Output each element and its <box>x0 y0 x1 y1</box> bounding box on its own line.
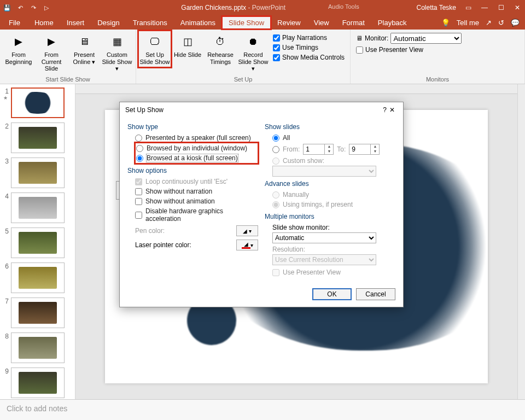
tell-me[interactable]: Tell me <box>457 19 479 27</box>
close-icon[interactable]: ✕ <box>513 4 522 11</box>
from-input[interactable] <box>303 144 325 155</box>
cancel-button[interactable]: Cancel <box>356 288 395 300</box>
thumbnail-2[interactable] <box>11 122 65 153</box>
radio-using-timings: Using timings, if present <box>272 200 395 209</box>
resolution-select: Use Current Resolution <box>272 254 376 265</box>
contextual-tab-label: Audio Tools <box>328 3 359 10</box>
document-title: Garden Chickens.pptx - PowerPoint <box>50 4 417 11</box>
ok-button[interactable]: OK <box>312 288 352 300</box>
show-media-controls-checkbox[interactable]: Show Media Controls <box>273 54 345 61</box>
thumbnail-9[interactable] <box>11 368 65 398</box>
from-current-slide-button[interactable]: ▶From Current Slide <box>35 31 68 74</box>
redo-icon[interactable]: ↷ <box>30 4 37 11</box>
thumbnail-7[interactable] <box>11 298 65 328</box>
pen-color-label: Pen color: <box>135 227 165 235</box>
pen-color-picker[interactable]: ◢ ▾ <box>236 225 258 236</box>
radio-manually: Manually <box>272 190 395 200</box>
no-animation-checkbox[interactable]: Show without animation <box>135 196 258 206</box>
undo-icon[interactable]: ↶ <box>16 4 24 11</box>
hide-slide-button[interactable]: ◫Hide Slide <box>171 31 204 61</box>
start-from-beginning-icon[interactable]: ▷ <box>43 4 50 11</box>
close-dialog-icon[interactable]: ✕ <box>387 106 398 114</box>
ribbon: ▶From Beginning ▶From Current Slide 🖥Pre… <box>0 30 525 84</box>
advance-slides-heading: Advance slides <box>265 180 395 188</box>
thumb-number: 9 <box>3 368 11 375</box>
thumb-number: 4 <box>3 192 11 200</box>
tab-slide-show[interactable]: Slide Show <box>222 16 271 29</box>
laser-color-picker[interactable]: ◢ ▾ <box>236 240 258 250</box>
thumbnail-4[interactable] <box>11 192 65 223</box>
comments-icon[interactable]: 💬 <box>511 19 520 27</box>
present-online-button[interactable]: 🖥Present Online ▾ <box>68 31 101 67</box>
vertical-scrollbar[interactable] <box>517 84 525 399</box>
tab-design[interactable]: Design <box>91 16 126 29</box>
notes-pane[interactable]: Click to add notes <box>0 399 525 420</box>
set-up-slide-show-button[interactable]: 🖵Set Up Slide Show <box>138 31 171 67</box>
rehearse-timings-button[interactable]: ⏱Rehearse Timings <box>204 31 237 67</box>
thumb-number: 6 <box>3 262 11 270</box>
slide-thumbnails-panel[interactable]: 1★ 2 3 4 5 6 7 8 9 <box>0 84 75 399</box>
show-options-heading: Show options <box>127 167 258 174</box>
thumb-number: 3 <box>3 158 11 165</box>
group-monitors: 🖥 Monitor: Automatic Use Presenter View … <box>351 30 525 84</box>
maximize-icon[interactable]: ☐ <box>497 4 505 11</box>
tell-me-icon[interactable]: 💡 <box>441 19 450 27</box>
radio-all-slides[interactable]: All <box>272 133 395 143</box>
monitor-label: Monitor: <box>365 34 388 42</box>
ribbon-tabs: File Home Insert Design Transitions Anim… <box>0 15 525 30</box>
play-icon: ▶ <box>10 33 27 50</box>
radio-from-to[interactable]: From: ▲▼ To: ▲▼ <box>272 143 395 156</box>
hide-slide-icon: ◫ <box>179 33 196 50</box>
from-beginning-button[interactable]: ▶From Beginning <box>2 31 35 67</box>
no-narration-checkbox[interactable]: Show without narration <box>135 186 258 196</box>
share-icon[interactable]: ↗ <box>486 19 492 27</box>
ribbon-options-icon[interactable]: ▭ <box>464 4 472 11</box>
radio-individual[interactable]: Browsed by an individual (window) <box>136 143 257 153</box>
quick-access-toolbar: 💾 ↶ ↷ ▷ <box>3 4 50 11</box>
use-presenter-view-checkbox[interactable]: Use Presenter View <box>353 46 423 54</box>
setup-icon: 🖵 <box>146 33 164 50</box>
use-timings-checkbox[interactable]: Use Timings <box>273 44 345 51</box>
history-icon[interactable]: ↺ <box>498 19 504 27</box>
thumbnail-3[interactable] <box>11 158 65 188</box>
disable-hw-checkbox[interactable]: Disable hardware graphics acceleration <box>135 206 258 224</box>
slide-show-monitor-select[interactable]: Automatic <box>272 232 376 243</box>
tab-insert[interactable]: Insert <box>60 16 91 29</box>
to-input[interactable] <box>349 144 371 155</box>
tab-view[interactable]: View <box>307 16 336 29</box>
show-slides-heading: Show slides <box>265 123 395 131</box>
group-set-up: 🖵Set Up Slide Show ◫Hide Slide ⏱Rehearse… <box>136 30 351 84</box>
rehearse-icon: ⏱ <box>212 33 229 50</box>
save-icon[interactable]: 💾 <box>3 4 11 11</box>
title-bar: 💾 ↶ ↷ ▷ Garden Chickens.pptx - PowerPoin… <box>0 0 525 15</box>
present-online-icon: 🖥 <box>75 33 93 50</box>
thumbnail-6[interactable] <box>11 262 65 293</box>
custom-show-icon: ▦ <box>108 33 126 50</box>
record-icon: ⏺ <box>244 33 262 50</box>
help-icon[interactable]: ? <box>383 106 387 114</box>
tab-file[interactable]: File <box>1 16 28 29</box>
group-start-slide-show: ▶From Beginning ▶From Current Slide 🖥Pre… <box>0 30 136 84</box>
thumb-number: 2 <box>3 122 11 130</box>
monitor-select[interactable]: Automatic <box>390 33 462 44</box>
tab-review[interactable]: Review <box>271 16 307 29</box>
laser-color-label: Laser pointer color: <box>135 241 191 249</box>
radio-speaker[interactable]: Presented by a speaker (full screen) <box>135 133 258 143</box>
dialog-title: Set Up Show <box>125 106 383 114</box>
play-narrations-checkbox[interactable]: Play Narrations <box>273 34 345 42</box>
thumbnail-8[interactable] <box>11 332 65 363</box>
minimize-icon[interactable]: — <box>480 4 489 11</box>
horizontal-ruler <box>75 84 517 94</box>
radio-kiosk[interactable]: Browsed at a kiosk (full screen) <box>136 153 257 163</box>
thumbnail-1[interactable] <box>11 88 65 118</box>
custom-slide-show-button[interactable]: ▦Custom Slide Show ▾ <box>101 31 133 74</box>
thumbnail-5[interactable] <box>11 228 65 258</box>
tab-playback[interactable]: Playback <box>371 16 413 29</box>
show-type-heading: Show type <box>127 123 258 131</box>
record-slide-show-button[interactable]: ⏺Record Slide Show ▾ <box>237 31 270 74</box>
tab-animations[interactable]: Animations <box>174 16 222 29</box>
tab-format[interactable]: Format <box>336 16 371 29</box>
set-up-show-dialog: Set Up Show ? ✕ Show type Presented by a… <box>119 102 404 307</box>
tab-home[interactable]: Home <box>28 16 60 29</box>
tab-transitions[interactable]: Transitions <box>126 16 174 29</box>
